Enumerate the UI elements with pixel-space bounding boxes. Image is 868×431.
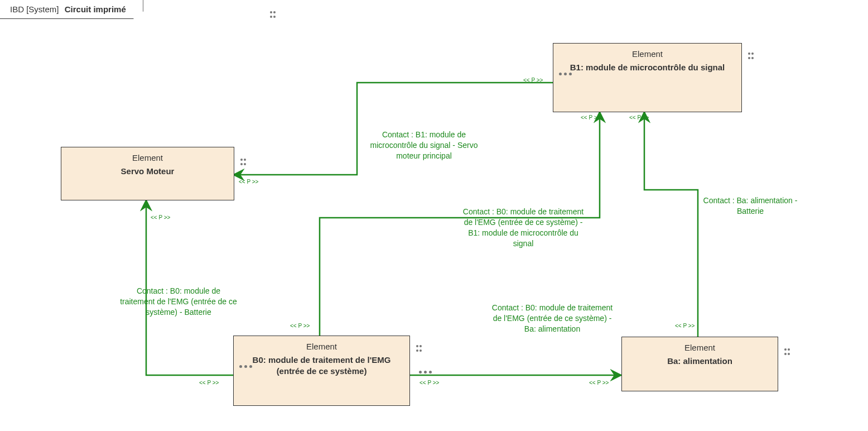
port-label: << P >> [523, 77, 543, 83]
connector-label-ba-b1: Contact : Ba: alimentation - Batterie [700, 195, 801, 217]
port-label: << P >> [675, 323, 695, 329]
block-stereotype: Element [553, 44, 741, 59]
block-stereotype: Element [61, 147, 234, 162]
port-label: << P >> [629, 114, 649, 121]
block-stereotype: Element [622, 337, 778, 352]
diagram-kind: IBD [System] [10, 4, 59, 14]
port-label: << P >> [290, 323, 310, 329]
connector-ba-b1 [644, 112, 698, 337]
drag-handle-icon[interactable] [748, 51, 754, 61]
port-label: << P >> [151, 214, 170, 221]
connector-label-b1-servo: Contact : B1: module de microcontrôle du… [368, 130, 480, 161]
ellipsis-icon [559, 73, 572, 76]
port-label: << P >> [419, 380, 439, 386]
block-ba-alimentation[interactable]: Element Ba: alimentation [621, 337, 778, 391]
diagram-title-tab: IBD [System] Circuit imprimé [0, 0, 143, 19]
block-stereotype: Element [234, 336, 409, 351]
drag-handle-icon[interactable] [784, 347, 790, 357]
block-name: B0: module de traitement de l'EMG (entré… [234, 351, 409, 385]
connector-label-b0-batterie: Contact : B0: module de traitement de l'… [120, 286, 237, 318]
drag-handle-icon[interactable] [240, 157, 246, 167]
port-label: << P >> [589, 380, 609, 386]
block-servo-moteur[interactable]: Element Servo Moteur [61, 147, 234, 200]
diagram-name: Circuit imprimé [65, 4, 126, 14]
block-b1-microcontrole[interactable]: Element B1: module de microcontrôle du s… [553, 43, 742, 112]
port-label: << P >> [239, 179, 258, 185]
port-label: << P >> [581, 114, 600, 121]
port-label: << P >> [199, 380, 219, 386]
connector-label-b0-ba: Contact : B0: module de traitement de l'… [491, 303, 614, 334]
block-name: Ba: alimentation [622, 352, 778, 375]
ellipsis-icon [419, 371, 432, 374]
drag-handle-icon[interactable] [270, 10, 276, 20]
drag-handle-icon[interactable] [416, 344, 422, 354]
block-name: Servo Moteur [61, 162, 234, 185]
ellipsis-icon [239, 365, 252, 368]
connector-label-b0-b1: Contact : B0: module de traitement de l'… [459, 207, 587, 249]
block-b0-traitement-emg[interactable]: Element B0: module de traitement de l'EM… [233, 336, 410, 406]
block-name: B1: module de microcontrôle du signal [553, 59, 741, 81]
